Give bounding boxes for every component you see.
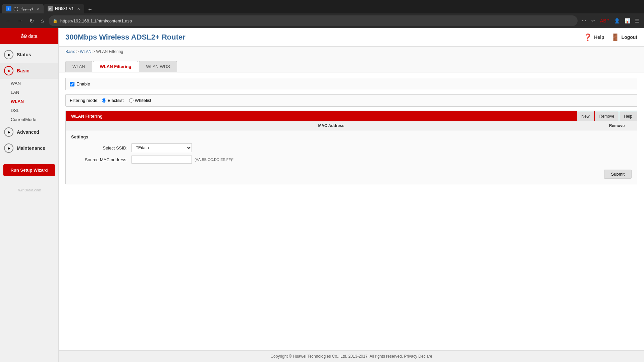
help-icon: ❓ xyxy=(584,33,592,41)
more-button[interactable]: ⋯ xyxy=(580,17,588,25)
table-help-button[interactable]: Help xyxy=(619,111,637,121)
mac-hint: (AA:BB:CC:DD:EE:FF)* xyxy=(195,158,233,162)
table-actions: New Remove Help xyxy=(577,111,637,121)
sidebar-item-basic-label: Basic xyxy=(17,68,29,73)
sidebar-sub-dsl[interactable]: DSL xyxy=(7,106,58,115)
browser-toolbar: ← → ↻ ⌂ 🔒 https://192.168.1.1/html/conte… xyxy=(0,13,644,28)
filtering-mode-row: Filtering mode: Blacklist Whitelist xyxy=(65,94,637,107)
new-tab-button[interactable]: + xyxy=(86,6,95,13)
breadcrumb-basic[interactable]: Basic xyxy=(65,49,75,54)
page-header: 300Mbps Wireless ADSL2+ Router ❓ Help 🚪 … xyxy=(59,28,644,47)
footer-text: Copyright © Huawei Technologies Co., Ltd… xyxy=(270,354,432,359)
header-actions: ❓ Help 🚪 Logout xyxy=(584,33,637,41)
sidebar-nav: ● Status ● Basic WAN LAN WLAN DSL Curren… xyxy=(0,44,58,159)
tab-wlan-filtering[interactable]: WLAN Filtering xyxy=(93,61,139,72)
menu-button[interactable]: ☰ xyxy=(634,17,641,25)
blacklist-label[interactable]: Blacklist xyxy=(108,98,124,103)
bookmark-button[interactable]: ☆ xyxy=(590,17,597,25)
whitelist-option[interactable]: Whitelist xyxy=(129,98,151,103)
table-title: WLAN Filtering xyxy=(66,111,108,121)
wlan-filtering-table: WLAN Filtering New Remove Help MAC Addre… xyxy=(65,111,637,184)
remove-column: Remove xyxy=(597,121,637,130)
sidebar-item-maintenance[interactable]: ● Maintenance xyxy=(0,140,58,156)
sidebar-item-basic[interactable]: ● Basic xyxy=(0,63,58,79)
logo-data: data xyxy=(28,34,37,39)
watermark: TurnBrain.com xyxy=(0,181,58,199)
maintenance-icon: ● xyxy=(4,143,13,153)
sidebar-item-status[interactable]: ● Status xyxy=(0,47,58,63)
advanced-icon: ● xyxy=(4,127,13,137)
tab-router-close[interactable]: ✕ xyxy=(77,7,80,11)
tab-wlan-wds[interactable]: WLAN WDS xyxy=(139,61,177,72)
basic-icon: ● xyxy=(4,66,13,75)
main-content: 300Mbps Wireless ADSL2+ Router ❓ Help 🚪 … xyxy=(59,28,644,362)
mac-control: (AA:BB:CC:DD:EE:FF)* xyxy=(131,156,233,164)
mac-input[interactable] xyxy=(131,156,192,164)
tab-facebook-label: (1) فيسبوك xyxy=(13,6,33,11)
tab-wlan[interactable]: WLAN xyxy=(65,61,92,72)
breadcrumb-wlan[interactable]: WLAN xyxy=(80,49,92,54)
enable-checkbox[interactable] xyxy=(70,82,74,86)
ssid-select[interactable]: TEdata xyxy=(131,143,192,152)
sidebar-item-advanced-label: Advanced xyxy=(17,129,39,135)
tab-facebook-close[interactable]: ✕ xyxy=(37,7,40,11)
forward-button[interactable]: → xyxy=(15,16,25,25)
tab-facebook[interactable]: f (1) فيسبوك ✕ xyxy=(2,4,44,13)
whitelist-radio[interactable] xyxy=(129,98,133,103)
page-title: 300Mbps Wireless ADSL2+ Router xyxy=(65,33,185,42)
filtering-mode-label: Filtering mode: xyxy=(70,98,99,103)
blacklist-radio[interactable] xyxy=(102,98,106,103)
browser-tabs: f (1) فيسبوك ✕ R HG531 V1 ✕ + xyxy=(0,0,644,13)
home-button[interactable]: ⌂ xyxy=(39,16,46,25)
status-icon: ● xyxy=(4,50,13,59)
profile-button[interactable]: 👤 xyxy=(613,17,621,25)
submit-button[interactable]: Submit xyxy=(604,170,632,179)
page-wrapper: te data ● Status ● Basic WAN LAN WLAN DS… xyxy=(0,28,644,362)
whitelist-label[interactable]: Whitelist xyxy=(135,98,151,103)
address-bar[interactable]: 🔒 https://192.168.1.1/html/content1.asp xyxy=(49,15,578,26)
radio-group: Blacklist Whitelist xyxy=(102,98,151,103)
enable-row: Enable xyxy=(65,78,637,90)
logout-icon: 🚪 xyxy=(611,33,620,41)
settings-panel: Settings Select SSID: TEdata Source MAC … xyxy=(66,130,637,184)
ssid-label: Select SSID: xyxy=(71,145,131,150)
blacklist-option[interactable]: Blacklist xyxy=(102,98,124,103)
ssid-row: Select SSID: TEdata xyxy=(71,143,632,152)
breadcrumb-current: WLAN Filtering xyxy=(96,49,123,54)
lock-icon: 🔒 xyxy=(53,18,58,23)
facebook-favicon: f xyxy=(6,6,11,11)
mac-label: Source MAC address: xyxy=(71,157,131,162)
toolbar-icons: ⋯ ☆ ABP 👤 📊 ☰ xyxy=(580,17,641,25)
remove-button[interactable]: Remove xyxy=(595,111,619,121)
help-label: Help xyxy=(594,35,604,40)
help-button[interactable]: ❓ Help xyxy=(584,33,604,41)
sidebar-item-advanced[interactable]: ● Advanced xyxy=(0,124,58,140)
sidebar-item-status-label: Status xyxy=(17,52,31,57)
logout-button[interactable]: 🚪 Logout xyxy=(611,33,637,41)
content-area: Enable Filtering mode: Blacklist Whiteli… xyxy=(59,72,644,190)
footer: Copyright © Huawei Technologies Co., Ltd… xyxy=(59,350,644,362)
new-button[interactable]: New xyxy=(577,111,594,121)
mac-address-column: MAC Address xyxy=(66,121,597,130)
sidebar-sub-currentmode[interactable]: CurrentMode xyxy=(7,115,58,124)
mac-row: Source MAC address: (AA:BB:CC:DD:EE:FF)* xyxy=(71,156,632,164)
back-button[interactable]: ← xyxy=(3,16,13,25)
stats-button[interactable]: 📊 xyxy=(623,17,632,25)
adblock-button[interactable]: ABP xyxy=(599,17,611,25)
sidebar-sub-wlan[interactable]: WLAN xyxy=(7,97,58,106)
tab-router-label: HG531 V1 xyxy=(55,6,74,11)
router-favicon: R xyxy=(48,6,53,11)
sidebar-sub-lan[interactable]: LAN xyxy=(7,88,58,97)
tabs: WLAN WLAN Filtering WLAN WDS xyxy=(59,57,644,72)
tab-router[interactable]: R HG531 V1 ✕ xyxy=(44,4,84,13)
refresh-button[interactable]: ↻ xyxy=(28,16,36,25)
sidebar-logo: te data xyxy=(0,28,58,44)
table-header: WLAN Filtering New Remove Help xyxy=(66,111,637,121)
enable-label[interactable]: Enable xyxy=(76,81,90,86)
sidebar-item-maintenance-label: Maintenance xyxy=(17,145,45,151)
submit-row: Submit xyxy=(71,167,632,180)
url-display: https://192.168.1.1/html/content1.asp xyxy=(60,18,574,23)
sidebar-sub-wan[interactable]: WAN xyxy=(7,79,58,88)
logout-label: Logout xyxy=(622,35,637,40)
setup-wizard-button[interactable]: Run Setup Wizard xyxy=(3,164,55,176)
